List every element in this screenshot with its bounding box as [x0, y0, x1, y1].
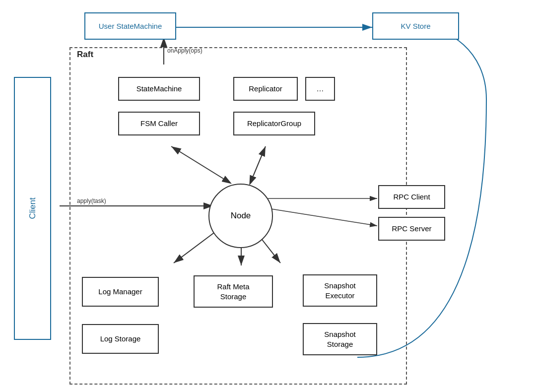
ellipsis-box: …: [305, 77, 335, 101]
raft-meta-storage-box: Raft Meta Storage: [194, 275, 273, 308]
client-box: Client: [14, 77, 51, 340]
statemachine-box: StateMachine: [118, 77, 200, 101]
log-manager-box: Log Manager: [82, 277, 159, 307]
rpc-client-box: RPC Client: [378, 185, 445, 209]
fsm-caller-box: FSM Caller: [118, 112, 200, 135]
user-statemachine-box: User StateMachine: [84, 12, 176, 40]
diagram-container: User StateMachine KV Store Raft onApply(…: [0, 0, 536, 392]
snapshot-executor-box: Snapshot Executor: [303, 274, 377, 307]
log-storage-box: Log Storage: [82, 324, 159, 354]
apply-task-label: apply(task): [77, 197, 106, 204]
raft-label: Raft: [77, 50, 93, 60]
rpc-server-box: RPC Server: [378, 217, 445, 241]
replicator-box: Replicator: [233, 77, 298, 101]
snapshot-storage-box: Snapshot Storage: [303, 323, 377, 355]
kv-store-box: KV Store: [372, 12, 459, 40]
on-apply-label: onApply(ops): [167, 47, 202, 54]
node-circle: Node: [208, 184, 273, 248]
replicator-group-box: ReplicatorGroup: [233, 112, 315, 135]
